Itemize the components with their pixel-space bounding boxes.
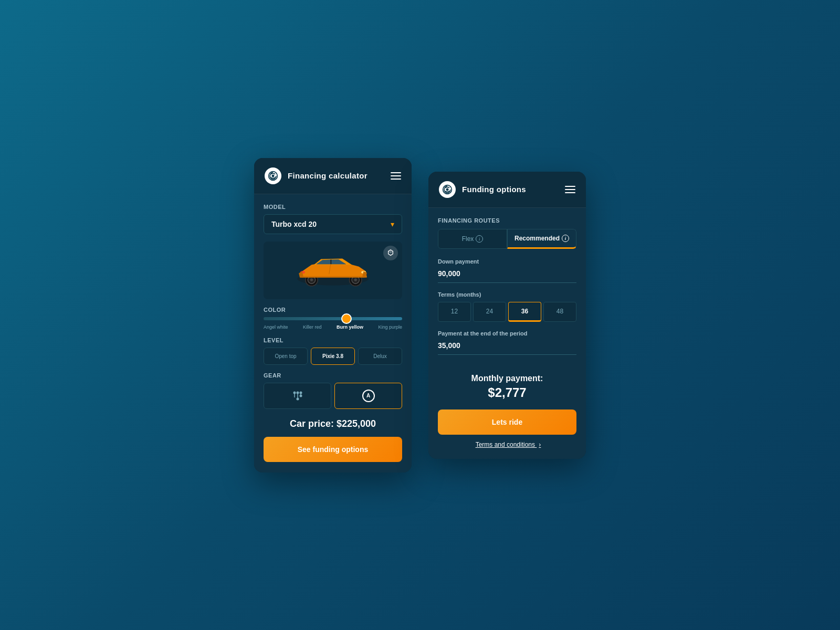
right-brand-logo — [439, 181, 456, 198]
lets-ride-button[interactable]: Lets ride — [438, 410, 576, 435]
chevron-down-icon: ▾ — [391, 220, 394, 228]
tab-recommended[interactable]: Recommended i — [507, 229, 576, 249]
end-period-section: Payment at the end of the period 35,000 — [438, 330, 576, 355]
term-48[interactable]: 48 — [543, 302, 576, 322]
left-screen-title: Financing calculator — [288, 171, 368, 180]
down-payment-value-row: 90,000 — [438, 269, 576, 283]
car-price: Car price: $225,000 — [264, 418, 402, 429]
down-payment-section: Down payment 90,000 — [438, 258, 576, 283]
term-12[interactable]: 12 — [438, 302, 471, 322]
right-screen-body: Financing routes Flex i Recommended i Do… — [428, 208, 586, 459]
gear-auto-button[interactable]: A — [334, 383, 402, 409]
left-hamburger-menu[interactable] — [391, 172, 401, 180]
svg-point-23 — [446, 188, 449, 191]
color-option-angel-white[interactable]: Angel white — [264, 324, 288, 330]
tab-flex[interactable]: Flex i — [438, 229, 507, 249]
level-options: Open top Pixie 3.8 Delux — [264, 348, 402, 365]
monthly-payment-amount: $2,777 — [438, 385, 576, 400]
right-header: Funding options — [428, 172, 586, 208]
gear-options: A — [264, 383, 402, 409]
flex-info-icon[interactable]: i — [476, 235, 483, 243]
down-payment-value: 90,000 — [438, 269, 460, 278]
brand-logo — [265, 167, 281, 184]
left-screen-body: Model Turbo xcd 20 ▾ — [254, 194, 412, 472]
terms-arrow-icon: › — [539, 441, 541, 448]
color-option-killer-red[interactable]: Killer red — [303, 324, 322, 330]
color-section: Color Angel white Killer red Burn yellow… — [264, 307, 402, 330]
color-labels: Angel white Killer red Burn yellow King … — [264, 324, 402, 330]
terms-and-conditions-link[interactable]: Terms and conditions › — [438, 441, 576, 448]
svg-point-1 — [272, 174, 275, 177]
color-slider-thumb[interactable] — [341, 313, 352, 324]
down-payment-label: Down payment — [438, 258, 576, 265]
end-period-label: Payment at the end of the period — [438, 330, 576, 337]
term-36[interactable]: 36 — [508, 302, 541, 322]
level-delux[interactable]: Delux — [358, 348, 402, 365]
level-open-top[interactable]: Open top — [264, 348, 308, 365]
right-hamburger-menu[interactable] — [565, 186, 575, 193]
level-pixie[interactable]: Pixie 3.8 — [311, 348, 355, 365]
auto-gear-icon: A — [362, 390, 375, 402]
recommended-info-icon[interactable]: i — [562, 235, 569, 242]
car-image — [286, 251, 380, 289]
funding-options-screen: Funding options Financing routes Flex i … — [428, 172, 586, 459]
end-period-value: 35,000 — [438, 341, 460, 350]
monthly-payment-section: Monthly payment: $2,777 — [438, 363, 576, 410]
color-label: Color — [264, 307, 402, 313]
gear-manual-button[interactable] — [264, 383, 331, 409]
model-select-value: Turbo xcd 20 — [271, 220, 317, 228]
financing-routes-label: Financing routes — [438, 217, 576, 224]
manual-gear-icon — [292, 390, 303, 402]
color-option-burn-yellow[interactable]: Burn yellow — [337, 324, 363, 330]
term-24[interactable]: 24 — [473, 302, 506, 322]
level-label: Level — [264, 337, 402, 343]
monthly-payment-label: Monthly payment: — [438, 374, 576, 383]
financing-calculator-screen: Financing calculator Model Turbo xcd 20 … — [254, 158, 412, 472]
car-image-area — [264, 242, 402, 299]
model-select-dropdown[interactable]: Turbo xcd 20 ▾ — [264, 214, 402, 234]
see-funding-options-button[interactable]: See funding options — [264, 437, 402, 462]
screens-container: Financing calculator Model Turbo xcd 20 … — [254, 158, 586, 472]
terms-section: Terms (months) 12 24 36 48 — [438, 291, 576, 322]
financing-tabs: Flex i Recommended i — [438, 229, 576, 249]
color-option-king-purple[interactable]: King purple — [378, 324, 402, 330]
svg-point-5 — [310, 278, 313, 281]
color-slider-track[interactable] — [264, 317, 402, 320]
svg-point-8 — [354, 278, 357, 281]
right-screen-title: Funding options — [462, 185, 526, 194]
terms-label: Terms (months) — [438, 291, 576, 298]
gear-label: Gear — [264, 372, 402, 379]
terms-grid: 12 24 36 48 — [438, 302, 576, 322]
end-period-value-row: 35,000 — [438, 341, 576, 355]
ar-icon[interactable] — [383, 246, 398, 260]
left-header: Financing calculator — [254, 158, 412, 194]
model-label: Model — [264, 204, 402, 210]
